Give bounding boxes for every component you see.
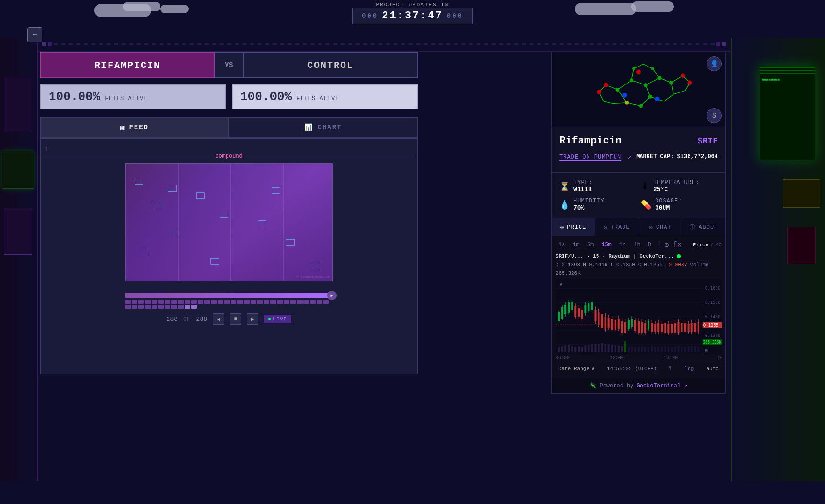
next-frame-button[interactable]: ▶ bbox=[247, 313, 258, 325]
svg-rect-142 bbox=[591, 344, 593, 352]
x-label-16: 16:00 bbox=[664, 355, 678, 361]
trade-link[interactable]: TRADE ON PUMPFUN bbox=[559, 154, 621, 161]
svg-text:0.1600: 0.1600 bbox=[705, 286, 721, 291]
date-range-label: Date Range bbox=[558, 366, 589, 371]
x-label-icon[interactable]: ⟳ bbox=[718, 355, 722, 361]
svg-point-29 bbox=[622, 93, 627, 98]
trading-tab-chat[interactable]: ◎ CHAT bbox=[639, 218, 682, 236]
ohlc-volume: 265.326K bbox=[556, 270, 581, 276]
svg-rect-135 bbox=[568, 345, 570, 352]
user-icon[interactable]: 👤 bbox=[707, 56, 722, 71]
feed-icon: ▦ bbox=[120, 124, 125, 132]
trading-tab-price[interactable]: ◎ PRICE bbox=[552, 218, 595, 236]
chart-label: CHART bbox=[317, 124, 342, 131]
price-toggle[interactable]: Price bbox=[693, 242, 708, 248]
control-name: CONTROL bbox=[243, 52, 418, 78]
token-info: Rifampicin $RIF TRADE ON PUMPFUN ↗ MARKE… bbox=[551, 127, 726, 173]
time-1s[interactable]: 1s bbox=[556, 241, 568, 249]
mc-toggle[interactable]: MC bbox=[716, 242, 722, 248]
svg-rect-148 bbox=[611, 345, 613, 352]
tab-chart[interactable]: 📊 CHART bbox=[229, 117, 418, 137]
fly-tracking-box bbox=[154, 202, 162, 208]
svg-rect-145 bbox=[601, 343, 603, 352]
control-pct-label: FLIES ALIVE bbox=[296, 95, 339, 102]
chart-fx-icon[interactable]: fx bbox=[673, 241, 682, 249]
live-label: LIVE bbox=[273, 316, 287, 322]
fly-tracking-box bbox=[272, 187, 280, 194]
log-button[interactable]: log bbox=[684, 365, 694, 371]
svg-rect-132 bbox=[558, 347, 560, 352]
time-5m[interactable]: 5m bbox=[584, 241, 597, 249]
svg-rect-170 bbox=[684, 347, 686, 352]
gecko-powered-label: Powered by bbox=[599, 383, 633, 389]
time-15m[interactable]: 15m bbox=[598, 241, 615, 249]
chart-timestamp: 14:55:02 (UTC+8) bbox=[607, 366, 657, 371]
pill-icon: 💊 bbox=[641, 200, 651, 210]
trading-tab-about[interactable]: ⓘ ABOUT bbox=[682, 218, 725, 236]
svg-rect-174 bbox=[698, 347, 699, 352]
online-indicator bbox=[677, 254, 681, 258]
price-tab-label: PRICE bbox=[567, 224, 586, 231]
trade-icon: ◎ bbox=[604, 224, 607, 231]
auto-button[interactable]: auto bbox=[706, 365, 719, 371]
time-d[interactable]: D bbox=[645, 241, 654, 249]
time-4h[interactable]: 4h bbox=[631, 241, 643, 249]
play-button[interactable]: ▶ bbox=[327, 291, 337, 300]
settings-icon[interactable]: S bbox=[707, 108, 722, 123]
svg-rect-155 bbox=[634, 347, 636, 352]
fly-tracking-box bbox=[196, 192, 205, 199]
svg-rect-140 bbox=[584, 345, 586, 352]
svg-point-30 bbox=[655, 97, 660, 101]
svg-rect-173 bbox=[694, 346, 696, 352]
time-1h[interactable]: 1h bbox=[616, 241, 629, 249]
live-dot bbox=[268, 318, 271, 320]
svg-rect-141 bbox=[588, 345, 589, 352]
svg-rect-134 bbox=[564, 345, 566, 352]
external-link-icon: ↗ bbox=[628, 153, 631, 160]
svg-rect-150 bbox=[618, 346, 620, 352]
svg-rect-146 bbox=[605, 344, 606, 352]
market-cap: MARKET CAP: $136,772,064 bbox=[636, 153, 718, 160]
fly-tracking-box bbox=[210, 258, 219, 265]
humidity-value: 70% bbox=[573, 204, 608, 211]
collapse-button[interactable]: ∧ bbox=[559, 281, 563, 288]
tab-feed[interactable]: ▦ FEED bbox=[40, 117, 229, 137]
market-cap-value: $136,772,064 bbox=[677, 153, 718, 160]
candlestick-chart: 0.1600 0.1500 0.1400 0.1355 0.1300 265.3… bbox=[556, 279, 722, 354]
gecko-logo: 🦎 bbox=[589, 382, 597, 389]
droplet-icon: 💧 bbox=[559, 200, 570, 210]
price-icon: ◎ bbox=[560, 224, 564, 231]
svg-point-40 bbox=[625, 101, 629, 105]
svg-point-36 bbox=[639, 104, 643, 108]
molecule-svg bbox=[552, 52, 725, 127]
prev-frame-button[interactable]: ◀ bbox=[213, 313, 224, 325]
svg-rect-166 bbox=[671, 347, 673, 352]
svg-rect-133 bbox=[561, 346, 563, 352]
svg-rect-156 bbox=[638, 347, 640, 352]
pct-button[interactable]: % bbox=[669, 365, 673, 371]
gecko-link[interactable]: GeckoTerminal ↗ bbox=[636, 382, 687, 389]
param-temp: 🌡 TEMPERATURE: 25°C bbox=[641, 179, 718, 193]
chart-controls: 1s 1m 5m 15m 1h 4h D | ⚙ fx Price / MC bbox=[556, 240, 722, 250]
pause-button[interactable]: ■ bbox=[230, 313, 241, 325]
svg-line-23 bbox=[673, 91, 685, 94]
svg-rect-138 bbox=[578, 346, 580, 352]
temp-value: 25°C bbox=[653, 186, 699, 193]
trading-tab-trade[interactable]: ◎ TRADE bbox=[595, 218, 639, 236]
playback-progress: ▶ // Inline rendering of tick marks bbox=[125, 287, 333, 309]
right-panel: 👤 S Rifampicin $RIF TRADE ON PUMPFUN ↗ M… bbox=[551, 52, 726, 394]
timer-prefix: 000 bbox=[362, 12, 378, 20]
frame-counter: 288 OF 288 ◀ ■ ▶ LIVE bbox=[167, 313, 292, 325]
svg-rect-163 bbox=[661, 347, 663, 352]
svg-line-3 bbox=[641, 97, 650, 106]
svg-rect-164 bbox=[664, 346, 666, 352]
chart-settings-icon[interactable]: ⚙ bbox=[664, 240, 669, 250]
ohlc-h: 0.1416 bbox=[589, 262, 608, 268]
date-range-selector[interactable]: Date Range ∨ bbox=[558, 365, 595, 371]
x-label-12: 12:00 bbox=[610, 355, 624, 361]
back-button[interactable]: ← bbox=[27, 27, 42, 42]
time-1m[interactable]: 1m bbox=[570, 241, 582, 249]
svg-point-25 bbox=[604, 83, 608, 87]
svg-rect-144 bbox=[598, 344, 600, 352]
svg-line-4 bbox=[627, 103, 641, 106]
